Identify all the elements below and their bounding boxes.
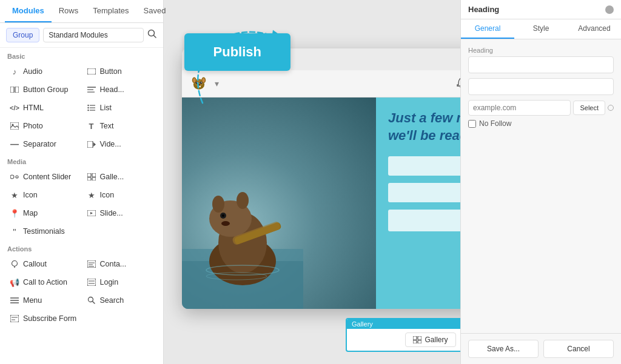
svg-rect-3 — [10, 87, 14, 93]
gallery-widget-header-label: Gallery — [352, 320, 373, 328]
module-call-to-action[interactable]: 📢 Call to Action — [5, 273, 82, 291]
svg-rect-22 — [87, 177, 91, 180]
module-icon-label: Icon — [23, 191, 38, 199]
minimize-button[interactable] — [605, 5, 614, 14]
module-slider-label: Slide... — [100, 209, 123, 217]
svg-rect-80 — [418, 340, 421, 343]
page-right-content: Just a few more logs and we'll be ready.… — [376, 98, 460, 309]
module-type-select[interactable]: Standard Modules — [43, 28, 144, 42]
module-map-label: Map — [23, 209, 38, 217]
map-icon: 📍 — [10, 208, 19, 218]
module-search-label: Search — [100, 296, 124, 305]
module-list[interactable]: List — [82, 99, 159, 117]
contact-icon — [87, 259, 96, 269]
module-call-to-action-label: Call to Action — [23, 278, 67, 286]
module-button[interactable]: Button — [82, 62, 159, 81]
module-list-label: List — [100, 104, 112, 112]
module-photo[interactable]: Photo — [5, 117, 82, 135]
tab-saved[interactable]: Saved — [136, 0, 173, 22]
module-heading[interactable]: Head... — [82, 81, 159, 99]
svg-rect-16 — [87, 141, 93, 148]
module-icon[interactable]: ★ Icon — [5, 186, 82, 204]
icon-module-icon-2: ★ — [87, 190, 96, 200]
publish-button[interactable]: Publish — [184, 33, 290, 71]
media-modules-grid: Content Slider Galle... ★ Icon ★ Icon 📍 … — [0, 168, 163, 240]
callout-icon — [10, 259, 19, 269]
module-photo-label: Photo — [23, 122, 43, 130]
left-panel-tabs: Modules Rows Templates Saved — [0, 0, 163, 23]
cancel-button[interactable]: Cancel — [543, 340, 614, 358]
left-panel: Modules Rows Templates Saved Group Stand… — [0, 0, 164, 364]
module-callout[interactable]: Callout — [5, 255, 82, 273]
svg-rect-77 — [413, 336, 417, 340]
right-panel-header: Heading — [461, 0, 621, 19]
svg-rect-21 — [92, 173, 96, 177]
group-button[interactable]: Group — [6, 28, 39, 42]
module-slider[interactable]: Slide... — [82, 204, 159, 222]
form-input-2a[interactable] — [388, 183, 460, 202]
module-audio[interactable]: ♪ Audio — [5, 62, 82, 81]
module-subscribe-form[interactable]: Subscribe Form — [5, 309, 82, 328]
gallery-inner-button[interactable]: Gallery — [405, 333, 455, 347]
svg-point-10 — [87, 107, 89, 108]
form-input-1[interactable] — [388, 156, 460, 176]
module-content-slider[interactable]: Content Slider — [5, 168, 82, 186]
svg-line-39 — [92, 302, 95, 304]
module-button-label: Button — [100, 67, 122, 76]
module-testimonials[interactable]: " Testimonials — [5, 222, 82, 240]
svg-point-57 — [460, 86, 460, 88]
module-map[interactable]: 📍 Map — [5, 204, 82, 222]
video-icon — [87, 139, 96, 149]
select-button[interactable]: Select — [573, 101, 605, 115]
module-testimonials-label: Testimonials — [23, 227, 65, 236]
heading-size-select[interactable]: H1H2H3 — [468, 78, 614, 95]
heading-icon — [87, 85, 96, 94]
nofollow-checkbox[interactable] — [468, 120, 476, 128]
svg-line-1 — [154, 36, 156, 38]
heading-field-label: Heading — [468, 47, 614, 54]
link-input[interactable] — [468, 100, 571, 116]
svg-point-8 — [87, 105, 89, 106]
module-button-group[interactable]: Button Group — [5, 81, 82, 99]
module-separator[interactable]: — Separator — [5, 135, 82, 153]
content-slider-icon — [10, 172, 19, 182]
tab-advanced[interactable]: Advanced — [568, 19, 621, 39]
main-canvas: Publish — [164, 0, 460, 364]
module-login-label: Login — [100, 278, 119, 286]
module-contact[interactable]: Conta... — [82, 255, 159, 273]
module-menu[interactable]: Menu — [5, 291, 82, 309]
left-panel-toolbar: Group Standard Modules — [0, 23, 163, 48]
save-as-button[interactable]: Save As... — [468, 340, 539, 358]
heading-text-input[interactable] — [468, 56, 614, 73]
right-panel-footer: Save As... Cancel — [461, 333, 621, 364]
login-icon — [87, 277, 96, 287]
module-search[interactable]: Search — [82, 291, 159, 309]
svg-point-68 — [212, 196, 224, 213]
tab-rows[interactable]: Rows — [52, 0, 86, 22]
svg-rect-79 — [413, 340, 417, 343]
svg-rect-32 — [87, 279, 96, 286]
module-video[interactable]: Vide... — [82, 135, 159, 153]
svg-rect-23 — [92, 177, 96, 180]
tab-templates[interactable]: Templates — [86, 0, 136, 22]
module-text-label: Text — [100, 122, 114, 130]
module-subscribe-form-label: Subscribe Form — [23, 314, 76, 323]
button-group-icon — [10, 85, 19, 94]
testimonials-icon: " — [10, 227, 19, 236]
form-submit-row — [388, 210, 460, 231]
svg-point-19 — [16, 176, 18, 178]
tab-modules[interactable]: Modules — [5, 0, 52, 22]
module-html[interactable]: </> HTML — [5, 99, 82, 117]
module-text[interactable]: T Text — [82, 117, 159, 135]
module-gallery[interactable]: Galle... — [82, 168, 159, 186]
module-contact-label: Conta... — [100, 260, 127, 268]
module-login[interactable]: Login — [82, 273, 159, 291]
form-email-input[interactable] — [388, 210, 460, 231]
tab-style[interactable]: Style — [514, 19, 568, 39]
right-panel-body: Heading H1H2H3 Select No Follow — [461, 39, 621, 142]
browser-bell-icon[interactable] — [455, 77, 460, 91]
call-to-action-icon: 📢 — [10, 277, 19, 287]
tab-general[interactable]: General — [461, 19, 514, 39]
module-icon-2[interactable]: ★ Icon — [82, 186, 159, 204]
search-modules-button[interactable] — [147, 29, 157, 41]
